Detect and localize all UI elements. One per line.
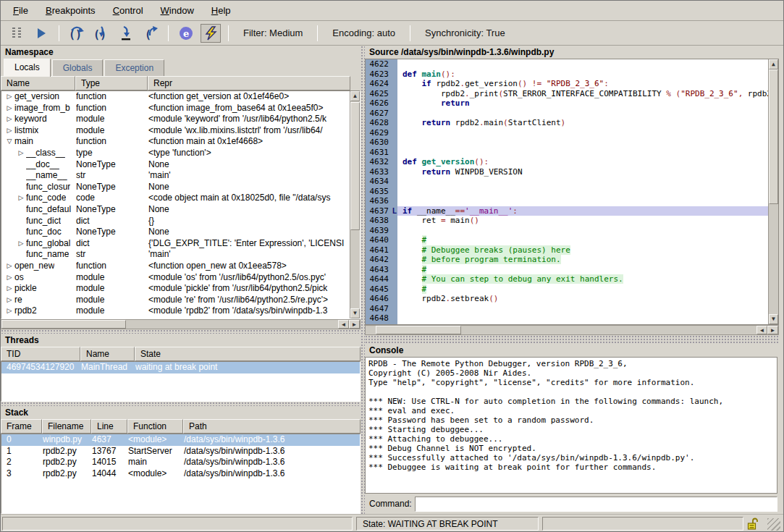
source-line[interactable]: 4642 # before program termination. bbox=[366, 255, 768, 265]
expander-icon[interactable]: ▷ bbox=[4, 261, 14, 272]
column-header-filename[interactable]: Filename bbox=[42, 419, 91, 434]
table-row[interactable]: ▷func_globaldict{'DLG_EXPR_TITLE': 'Ente… bbox=[1, 238, 350, 250]
expander-icon[interactable]: ▷ bbox=[4, 125, 14, 137]
expander-icon[interactable]: ▷ bbox=[4, 114, 14, 125]
source-line[interactable]: 4636 bbox=[366, 196, 768, 206]
table-row[interactable]: 3rpdb2.py14044<module>/data/sys/bin/winp… bbox=[1, 468, 360, 480]
scroll-right-arrow[interactable]: ► bbox=[349, 320, 360, 329]
table-row[interactable]: ▷remodule<module 're' from '/usr/lib64/p… bbox=[1, 295, 350, 306]
table-row[interactable]: 46974534127920MainThreadwaiting at break… bbox=[1, 362, 360, 373]
source-line[interactable]: 4632def get_version(): bbox=[366, 157, 768, 167]
table-row[interactable]: func_dictdict{} bbox=[1, 216, 350, 227]
table-row[interactable]: ▷osmodule<module 'os' from '/usr/lib64/p… bbox=[1, 272, 350, 284]
go-button[interactable] bbox=[31, 24, 51, 43]
namespace-tree[interactable]: ▷get_versionfunction<function get_versio… bbox=[1, 90, 361, 319]
scroll-thumb[interactable] bbox=[376, 326, 461, 334]
source-line[interactable]: 4643 # bbox=[366, 265, 768, 275]
column-header-function[interactable]: Function bbox=[127, 419, 183, 434]
column-header-tid[interactable]: TID bbox=[1, 347, 80, 361]
source-line[interactable]: 4630 bbox=[366, 138, 768, 148]
table-row[interactable]: ▷get_versionfunction<function get_versio… bbox=[1, 91, 350, 103]
table-row[interactable]: ▽mainfunction<function main at 0x1ef4668… bbox=[1, 136, 350, 148]
column-header-frame[interactable]: Frame bbox=[1, 419, 42, 434]
source-code-view[interactable]: 46224623def main():4624 if rpdb2.get_ver… bbox=[365, 59, 779, 325]
expander-icon[interactable]: ▷ bbox=[4, 103, 14, 114]
source-line[interactable]: 4641 # Debuggee breaks (pauses) here bbox=[366, 245, 768, 256]
stack-list[interactable]: 0winpdb.py4637<module>/data/sys/bin/winp… bbox=[1, 434, 361, 514]
expander-icon[interactable]: ▷ bbox=[16, 193, 26, 204]
scroll-down-arrow[interactable]: ▼ bbox=[350, 308, 360, 318]
scroll-left-arrow[interactable]: ◄ bbox=[338, 320, 349, 329]
table-row[interactable]: ▷func_codecode<code object main at 0x180… bbox=[1, 193, 350, 204]
source-line[interactable]: 4625 rpdb2._print(STR_ERROR_INTERFACE_CO… bbox=[366, 89, 768, 99]
source-vertical-scrollbar[interactable]: ▲ ▼ bbox=[768, 59, 778, 324]
source-line[interactable]: 4640 # bbox=[366, 235, 768, 245]
synchronicity-button[interactable] bbox=[201, 24, 221, 43]
expander-icon[interactable]: ▷ bbox=[16, 238, 26, 250]
expander-icon[interactable]: ▽ bbox=[4, 136, 14, 148]
table-row[interactable]: __doc__NoneTypeNone bbox=[1, 159, 350, 171]
source-line[interactable]: 4639 bbox=[366, 226, 768, 236]
table-row[interactable]: __name__str'main' bbox=[1, 170, 350, 182]
scroll-left-arrow[interactable]: ◄ bbox=[756, 326, 767, 334]
source-line[interactable]: 4631 bbox=[366, 148, 768, 158]
tab-exception[interactable]: Exception bbox=[104, 59, 164, 76]
table-row[interactable]: 1rpdb2.py13767StartServer/data/sys/bin/w… bbox=[1, 446, 360, 457]
table-row[interactable]: func_docNoneTypeNone bbox=[1, 227, 350, 238]
table-row[interactable]: ▷__class__type<type 'function'> bbox=[1, 148, 350, 159]
table-row[interactable]: ▷picklemodule<module 'pickle' from '/usr… bbox=[1, 283, 350, 295]
console-output[interactable]: RPDB - The Remote Python Debugger, versi… bbox=[365, 357, 777, 494]
table-row[interactable]: 0winpdb.py4637<module>/data/sys/bin/winp… bbox=[1, 434, 360, 446]
table-row[interactable]: 2rpdb2.py14015main/data/sys/bin/winpdb-1… bbox=[1, 457, 360, 468]
source-line[interactable]: 4638 ret = main() bbox=[366, 216, 768, 226]
source-line[interactable]: 4644 # You can step to debug any exit ha… bbox=[366, 274, 768, 284]
table-row[interactable]: ▷listmixmodule<module 'wx.lib.mixins.lis… bbox=[1, 125, 350, 137]
source-line[interactable]: 4633 return WINPDB_VERSION bbox=[366, 167, 768, 177]
table-row[interactable]: ▷keywordmodule<module 'keyword' from '/u… bbox=[1, 114, 350, 125]
source-line[interactable]: 4623def main(): bbox=[366, 69, 768, 80]
scroll-up-arrow[interactable]: ▲ bbox=[769, 59, 778, 69]
table-row[interactable]: ▷image_from_bfunction<function image_fro… bbox=[1, 103, 350, 114]
threads-list[interactable]: 46974534127920MainThreadwaiting at break… bbox=[1, 361, 361, 402]
source-line[interactable]: 4627 bbox=[366, 109, 768, 119]
source-line[interactable]: 4624 if rpdb2.get_version() != "RPDB_2_3… bbox=[366, 79, 768, 89]
source-line[interactable]: 4629 bbox=[366, 128, 768, 138]
tab-globals[interactable]: Globals bbox=[52, 59, 104, 76]
scroll-down-arrow[interactable]: ▼ bbox=[769, 314, 778, 324]
expander-icon[interactable]: ▷ bbox=[16, 148, 26, 159]
source-line[interactable]: 4626 return bbox=[366, 98, 768, 109]
column-header-path[interactable]: Path bbox=[183, 419, 361, 434]
column-header-type[interactable]: Type bbox=[75, 76, 148, 90]
source-line[interactable]: 4634 bbox=[366, 177, 768, 187]
source-line[interactable]: 4622 bbox=[366, 59, 768, 69]
expander-icon[interactable]: ▷ bbox=[4, 283, 14, 295]
column-header-repr[interactable]: Repr bbox=[148, 76, 350, 90]
source-line[interactable]: 4628 return rpdb2.main(StartClient) bbox=[366, 118, 768, 128]
expander-icon[interactable]: ▷ bbox=[4, 272, 14, 284]
menu-item-help[interactable]: Help bbox=[203, 2, 239, 19]
menu-item-control[interactable]: Control bbox=[105, 2, 151, 19]
column-header-name[interactable]: Name bbox=[80, 347, 135, 361]
source-line[interactable]: 4647 bbox=[366, 304, 768, 314]
column-header-line[interactable]: Line bbox=[91, 419, 127, 434]
source-line[interactable]: 4646 rpdb2.setbreak() bbox=[366, 294, 768, 304]
menu-item-breakpoints[interactable]: Breakpoints bbox=[38, 2, 104, 19]
encoding-button[interactable]: e bbox=[176, 24, 196, 43]
return-button[interactable]: ( bbox=[140, 24, 161, 43]
source-line[interactable]: 4635 bbox=[366, 187, 768, 197]
table-row[interactable]: func_namestr'main' bbox=[1, 249, 350, 261]
column-header-state[interactable]: State bbox=[135, 347, 361, 361]
goto-button[interactable] bbox=[116, 24, 136, 43]
source-line[interactable]: 4637Lif __name__=='__main__': bbox=[366, 206, 768, 216]
table-row[interactable]: func_defaulNoneTypeNone bbox=[1, 204, 350, 216]
step-into-button[interactable]: () bbox=[91, 24, 111, 43]
source-horizontal-scrollbar[interactable]: ◄ ► bbox=[365, 325, 779, 335]
scroll-up-arrow[interactable]: ▲ bbox=[350, 91, 360, 101]
break-button[interactable] bbox=[7, 24, 27, 43]
table-row[interactable]: func_closurNoneTypeNone bbox=[1, 182, 350, 193]
command-input[interactable] bbox=[415, 497, 777, 512]
expander-icon[interactable]: ▷ bbox=[4, 91, 14, 103]
resize-grip[interactable] bbox=[767, 518, 780, 531]
splitter[interactable] bbox=[365, 335, 779, 344]
source-line[interactable]: 4648 bbox=[366, 313, 768, 324]
